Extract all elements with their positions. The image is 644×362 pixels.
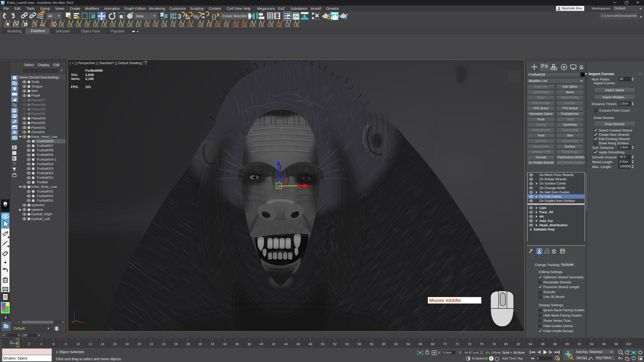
svg-text:FRONT: FRONT: [511, 75, 520, 78]
svg-text:2,628: 2,628: [85, 73, 94, 77]
svg-text:FPS:: FPS:: [71, 85, 79, 89]
svg-text:z: z: [73, 308, 75, 311]
svg-text:x: x: [310, 184, 311, 188]
svg-text:2,190: 2,190: [85, 77, 94, 81]
svg-text:FurBall008: FurBall008: [85, 69, 103, 72]
svg-text:Tris:: Tris:: [71, 73, 78, 77]
svg-text:x: x: [83, 321, 84, 324]
svg-text:Verts:: Verts:: [71, 77, 80, 81]
svg-text:Mouse middle: Mouse middle: [429, 298, 461, 303]
svg-text:[ + ] [ Perspective ] [ Standa: [ + ] [ Perspective ] [ Standard* ] [ De…: [70, 61, 143, 65]
svg-text:101: 101: [85, 85, 91, 89]
